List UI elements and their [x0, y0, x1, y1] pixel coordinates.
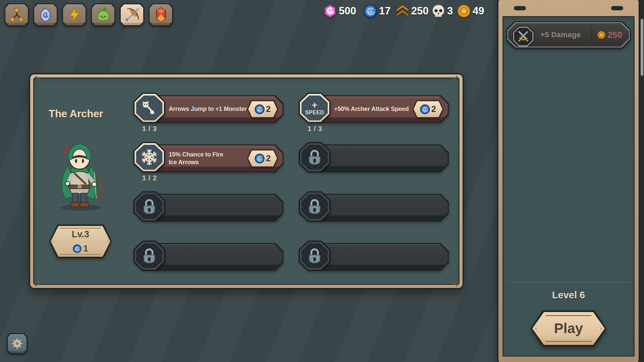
currency-value: 500: [339, 5, 356, 17]
monster-icon: [95, 7, 111, 23]
arrows-jump-icon: [140, 99, 159, 117]
upgrade-icon-frame: [133, 191, 165, 222]
lock-icon: [305, 197, 324, 216]
shop-item-icon-frame: [512, 26, 534, 47]
upgrade-progress: 1 / 2: [142, 174, 157, 182]
cost-value: 2: [431, 104, 436, 114]
bow-icon: [124, 7, 140, 23]
shop-item-divider: [591, 28, 592, 42]
upgrade-row-3[interactable]: 15% Chance to Fire Ice Arrows21 / 2: [133, 142, 283, 172]
rune-icon: [38, 7, 54, 23]
upgrade-bar: [314, 144, 449, 172]
upgrade-row-1[interactable]: Arrows Jump to +1 Monster21 / 3: [133, 93, 283, 123]
lock-icon: [140, 197, 159, 216]
level-badge: Lv.3 1: [49, 225, 112, 258]
rank-icon: [395, 4, 410, 18]
blue-orb-icon: [363, 4, 377, 18]
play-button-label: Play: [531, 310, 606, 347]
snowflake-button[interactable]: [7, 333, 28, 354]
upgrade-row-8: [299, 241, 449, 271]
skill-tree-icon: [9, 7, 25, 23]
cost-badge: 2: [413, 100, 443, 118]
frame-notch: [514, 6, 526, 10]
upgrade-label: Arrows Jump to +1 Monster: [169, 105, 247, 113]
scrollbar-thumb[interactable]: [641, 19, 643, 76]
upgrade-bar: [149, 194, 283, 222]
upgrade-progress: 1 / 3: [308, 125, 322, 133]
upgrade-row-7: [133, 241, 283, 271]
upgrade-bar: [314, 194, 449, 222]
skill-tab-monster[interactable]: [91, 3, 115, 26]
currency-coin: 49: [457, 3, 484, 19]
crossed-swords-icon: [516, 29, 530, 44]
currency-rank: 250: [395, 3, 429, 19]
frame-notch: [611, 6, 623, 10]
sidebar-divider: [506, 282, 631, 282]
skill-tab-red-gem[interactable]: [149, 3, 173, 26]
upgrade-row-5: [133, 191, 283, 222]
currency-skull: 3: [431, 3, 453, 19]
upgrade-bar: [314, 243, 449, 271]
hero-panel: The Archer: [29, 73, 464, 289]
upgrade-icon-frame: [299, 191, 330, 222]
upgrade-icon-frame: +SPEED: [299, 93, 330, 123]
cost-value: 2: [266, 154, 271, 163]
cost-value: 2: [266, 104, 271, 114]
currency-value: 49: [473, 5, 484, 17]
upgrade-label: 15% Chance to Fire Ice Arrows: [169, 151, 223, 166]
level-badge-points: 1: [83, 243, 88, 254]
upgrade-bar: [149, 243, 283, 271]
lock-icon: [140, 246, 159, 265]
lock-icon: [305, 246, 324, 265]
coin-icon: [457, 4, 471, 18]
upgrade-row-4: [299, 142, 449, 172]
level-label: Level 6: [502, 290, 635, 301]
skill-tab-lightning[interactable]: [62, 3, 87, 26]
coin-icon: [597, 31, 606, 39]
red-gem-icon: [153, 7, 169, 23]
blue-orb-icon: [420, 104, 430, 114]
ice-arrows-icon: [140, 148, 159, 167]
lock-icon: [305, 148, 324, 167]
upgrade-icon-frame: [299, 142, 330, 172]
blue-orb-icon: [255, 104, 265, 114]
scrollbar[interactable]: [639, 0, 644, 362]
upgrade-icon-frame: [133, 93, 165, 123]
upgrade-row-6: [299, 191, 449, 222]
upgrade-icon-frame: [299, 241, 330, 271]
skull-icon: [431, 4, 445, 18]
shop-panel: +5 Damage 250 Level 6 Play: [497, 0, 640, 362]
skill-tab-bow[interactable]: [120, 3, 144, 26]
upgrade-bar: +50% Archer Attack Speed2: [314, 95, 449, 123]
blue-orb-icon: [73, 244, 82, 253]
upgrade-bar: Arrows Jump to +1 Monster2: [149, 95, 283, 123]
play-button[interactable]: Play: [531, 310, 606, 347]
upgrade-progress: 1 / 3: [142, 125, 157, 133]
upgrade-icon-frame: [133, 142, 165, 172]
currency-pink-gem: 500: [323, 3, 356, 19]
page-title: The Archer: [49, 108, 103, 120]
archer-character: [50, 139, 109, 211]
snowflake-icon: [10, 336, 24, 351]
shop-panel-inner: +5 Damage 250 Level 6 Play: [502, 16, 635, 357]
skill-tab-skill-tree[interactable]: [4, 3, 29, 26]
upgrade-icon-frame: [133, 241, 165, 271]
cost-badge: 2: [247, 100, 278, 118]
shop-panel-frame: +5 Damage 250 Level 6 Play: [498, 0, 639, 362]
upgrade-grid: Arrows Jump to +1 Monster21 / 3+50% Arch…: [133, 93, 449, 271]
currency-blue-orb: 17: [363, 3, 390, 19]
shop-item-cost: 250: [597, 23, 622, 47]
pink-gem-icon: [323, 4, 337, 18]
currency-value: 17: [379, 5, 390, 17]
upgrade-bar: 15% Chance to Fire Ice Arrows2: [149, 144, 283, 172]
blue-orb-icon: [255, 154, 265, 164]
currency-value: 250: [411, 5, 429, 17]
upgrade-row-2[interactable]: +50% Archer Attack Speed2+SPEED1 / 3: [299, 93, 449, 123]
attack-speed-icon: +SPEED: [305, 101, 324, 115]
currency-value: 3: [447, 5, 453, 17]
skill-tab-rune[interactable]: [33, 3, 58, 26]
shop-item-cost-value: 250: [608, 30, 622, 40]
upgrade-label: +50% Archer Attack Speed: [334, 105, 409, 113]
shop-item-row[interactable]: +5 Damage 250: [506, 21, 631, 48]
shop-item-label: +5 Damage: [540, 31, 581, 39]
